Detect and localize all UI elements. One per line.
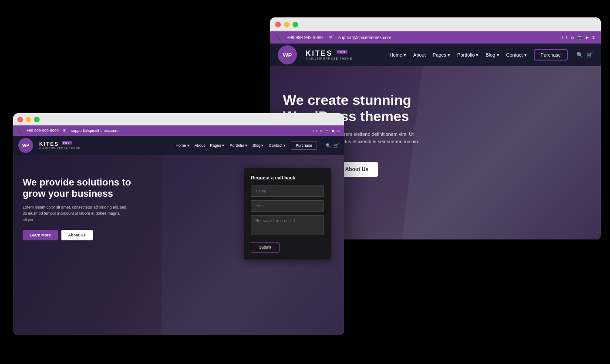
front-nav-portfolio[interactable]: Portfolio ▾ <box>229 143 247 148</box>
front-minimize-icon[interactable] <box>26 117 31 122</box>
front-nav-about[interactable]: About <box>195 143 205 148</box>
linkedin-icon: in <box>571 35 574 40</box>
front-nav-pages[interactable]: Pages ▾ <box>210 143 224 148</box>
front-cart-icon[interactable]: 🛒 <box>334 143 339 148</box>
front-logo-kites: KITES PRO A MULTIPURPOSE THEME <box>39 142 81 149</box>
front-hero-description: Lorem ipsum dolor sit amet, consectetur … <box>23 204 127 223</box>
front-nav-blog[interactable]: Blog ▾ <box>253 143 264 148</box>
front-email-icon: ✉ <box>63 128 67 133</box>
front-phone-icon: 📞 <box>17 128 22 133</box>
twitter-icon: t <box>566 35 567 40</box>
front-hero-content: We provide solutions to grow your busine… <box>23 177 153 240</box>
front-youtube-icon: ▶ <box>332 129 335 133</box>
skype-icon: S <box>592 35 595 40</box>
front-nav-icons: 🔍 🛒 <box>326 143 339 148</box>
back-nav-about[interactable]: About <box>413 52 426 57</box>
maximize-icon[interactable] <box>293 22 298 27</box>
front-about-us-button[interactable]: About Us <box>61 230 93 240</box>
email-input[interactable] <box>251 200 324 212</box>
minimize-icon[interactable] <box>284 22 290 27</box>
back-nav-home[interactable]: Home ▾ <box>390 52 406 58</box>
front-instagram-icon: 📷 <box>325 129 330 133</box>
back-topbar: 📞 +99 999-999-9999 ✉ support@spicethemes… <box>270 31 601 44</box>
front-nav-home[interactable]: Home ▾ <box>175 143 189 148</box>
back-email: support@spicethemes.com <box>338 35 391 40</box>
front-skype-icon: S <box>337 129 340 133</box>
front-logo-wp: WP <box>18 138 33 153</box>
front-facebook-icon: f <box>313 129 313 133</box>
front-browser-window: 📞 +99 999-999-9999 ✉ support@spicethemes… <box>13 113 344 335</box>
front-linkedin-icon: in <box>320 129 322 133</box>
youtube-icon: ▶ <box>586 35 589 40</box>
front-titlebar <box>13 113 344 125</box>
phone-icon: 📞 <box>276 35 281 40</box>
front-nav-contact[interactable]: Contact ▾ <box>269 143 286 148</box>
back-nav-blog[interactable]: Blog ▾ <box>485 52 499 58</box>
close-icon[interactable] <box>275 22 281 27</box>
back-cart-icon[interactable]: 🛒 <box>586 52 593 58</box>
back-social-icons: f t in 📷 ▶ S <box>562 35 595 40</box>
callback-form-title: Request a call back <box>251 175 324 180</box>
back-nav-links: Home ▾ About Pages ▾ Portfolio ▾ Blog ▾ … <box>390 49 568 61</box>
email-icon: ✉ <box>329 35 332 40</box>
back-nav-contact[interactable]: Contact ▾ <box>506 52 527 58</box>
front-nav-links: Home ▾ About Pages ▾ Portfolio ▾ Blog ▾ … <box>175 141 317 150</box>
front-maximize-icon[interactable] <box>34 117 40 122</box>
back-logo-kites: KITES PRO A MULTIPURPOSE THEME <box>306 50 352 60</box>
front-topbar-contact: 📞 +99 999-999-9999 ✉ support@spicethemes… <box>17 128 308 133</box>
callback-form: Request a call back Submit <box>244 168 331 260</box>
name-input[interactable] <box>251 185 324 197</box>
front-navbar: WP KITES PRO A MULTIPURPOSE THEME Home ▾… <box>13 136 344 155</box>
facebook-icon: f <box>562 35 563 40</box>
front-hero-title: We provide solutions to grow your busine… <box>23 177 153 200</box>
back-nav-icons: 🔍 🛒 <box>576 52 593 58</box>
instagram-icon: 📷 <box>577 35 582 40</box>
back-topbar-contact: 📞 +99 999-999-9999 ✉ support@spicethemes… <box>276 35 556 40</box>
front-purchase-button[interactable]: Purchase <box>291 141 317 150</box>
back-navbar: WP KITES PRO A MULTIPURPOSE THEME Home ▾… <box>270 44 601 66</box>
message-input[interactable] <box>251 215 324 235</box>
back-nav-portfolio[interactable]: Portfolio ▾ <box>457 52 479 58</box>
front-hero-section: We provide solutions to grow your busine… <box>13 155 344 335</box>
front-learn-more-button[interactable]: Learn More <box>23 230 58 240</box>
front-email: support@spicethemes.com <box>71 128 118 133</box>
front-social-icons: f t in 📷 ▶ S <box>313 129 340 133</box>
front-twitter-icon: t <box>316 129 317 133</box>
back-purchase-button[interactable]: Purchase <box>534 49 568 61</box>
back-nav-pages[interactable]: Pages ▾ <box>433 52 450 58</box>
front-search-icon[interactable]: 🔍 <box>326 143 331 148</box>
back-search-icon[interactable]: 🔍 <box>576 52 583 58</box>
back-logo-wp: WP <box>278 45 297 64</box>
front-topbar: 📞 +99 999-999-9999 ✉ support@spicethemes… <box>13 125 344 136</box>
back-phone: +99 999-999-9999 <box>287 35 323 40</box>
submit-button[interactable]: Submit <box>251 242 280 253</box>
front-hero-buttons: Learn More About Us <box>23 230 153 240</box>
front-close-icon[interactable] <box>17 117 23 122</box>
front-phone: +99 999-999-9999 <box>27 128 59 133</box>
back-titlebar <box>270 17 601 31</box>
